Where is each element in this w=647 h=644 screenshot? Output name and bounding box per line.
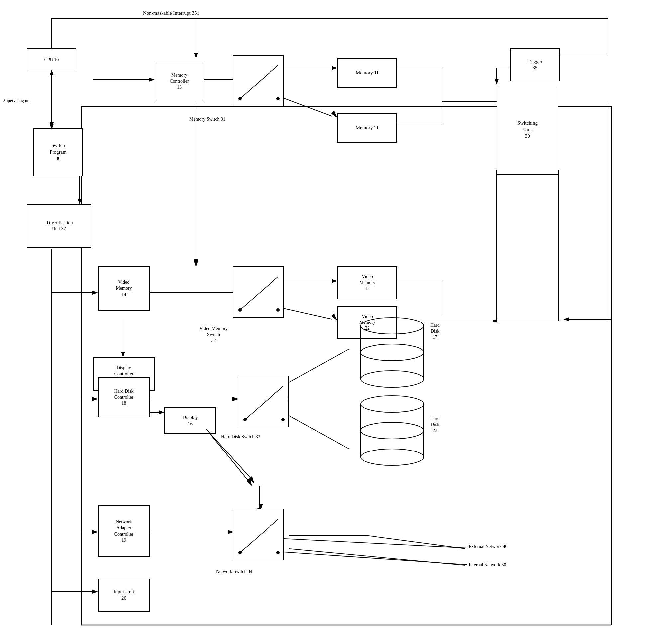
memory-switch-symbol xyxy=(233,55,284,107)
svg-line-60 xyxy=(289,415,349,449)
svg-point-98 xyxy=(238,551,241,554)
svg-point-92 xyxy=(361,396,424,412)
switching-unit-box: Switching Unit 30 xyxy=(497,85,558,175)
svg-marker-23 xyxy=(495,79,499,85)
svg-point-99 xyxy=(277,551,280,554)
svg-line-77 xyxy=(240,65,278,99)
svg-marker-56 xyxy=(92,397,98,401)
memory-11-box: Memory 11 xyxy=(337,58,397,88)
svg-marker-106 xyxy=(563,317,569,321)
hard-disk-17-cylinder xyxy=(359,316,425,399)
svg-line-116 xyxy=(284,552,467,565)
svg-line-59 xyxy=(289,349,349,382)
switch-program-box: Switch Program 36 xyxy=(33,128,83,176)
svg-marker-10 xyxy=(149,78,154,82)
svg-point-90 xyxy=(361,371,424,387)
memory-controller-box: Memory Controller 13 xyxy=(154,62,204,102)
hard-disk-23-label: Hard Disk 23 xyxy=(430,415,440,434)
svg-marker-37 xyxy=(332,279,337,283)
svg-point-96 xyxy=(361,422,424,439)
svg-marker-4 xyxy=(194,53,198,58)
svg-marker-58 xyxy=(232,397,237,401)
svg-marker-62 xyxy=(92,530,98,534)
svg-marker-39 xyxy=(331,313,337,321)
video-memory-12-box: Video Memory 12 xyxy=(337,266,397,299)
svg-point-86 xyxy=(281,418,285,421)
video-memory-switch-symbol xyxy=(233,266,284,318)
svg-marker-13 xyxy=(332,66,337,70)
svg-point-82 xyxy=(238,308,241,312)
display-box: Display 16 xyxy=(164,407,216,434)
svg-line-97 xyxy=(240,519,278,553)
input-unit-box: Input Unit 20 xyxy=(98,579,150,612)
svg-point-78 xyxy=(238,97,241,101)
id-verification-box: ID Verification Unit 37 xyxy=(26,204,91,248)
internal-network-label: Internal Network 50 xyxy=(469,562,506,568)
svg-point-85 xyxy=(243,418,246,421)
svg-marker-102 xyxy=(249,476,254,484)
svg-marker-49 xyxy=(121,352,125,358)
network-switch-label: Network Switch 34 xyxy=(216,569,252,575)
svg-marker-47 xyxy=(492,319,497,323)
svg-line-67 xyxy=(366,535,465,549)
svg-marker-32 xyxy=(92,291,98,295)
svg-marker-8 xyxy=(78,199,82,204)
external-network-label: External Network 40 xyxy=(469,543,507,550)
trigger-box: Trigger 35 xyxy=(510,48,560,81)
svg-line-68 xyxy=(289,549,465,565)
svg-point-95 xyxy=(361,449,424,465)
memory-switch-label: Memory Switch 31 xyxy=(190,116,225,122)
svg-line-81 xyxy=(240,277,278,310)
video-memory-switch-label: Video Memory Switch 32 xyxy=(199,326,228,344)
svg-line-84 xyxy=(245,386,283,420)
network-switch-symbol xyxy=(233,509,284,560)
supervising-unit-label: Supervising unit xyxy=(0,98,35,104)
memory-21-box: Memory 21 xyxy=(337,113,397,143)
cpu-box: CPU 10 xyxy=(26,48,76,71)
hard-disk-23-cylinder xyxy=(359,394,425,477)
svg-point-83 xyxy=(277,308,280,312)
svg-marker-100 xyxy=(194,260,198,266)
svg-point-87 xyxy=(361,318,424,334)
svg-marker-118 xyxy=(194,261,198,267)
hard-disk-switch-symbol xyxy=(237,376,289,427)
svg-marker-54 xyxy=(246,478,252,486)
diagram-container: Non-maskable Interrupt 351 CPU 10 Superv… xyxy=(0,0,647,644)
network-adapter-box: Network Adapter Controller 19 xyxy=(98,505,150,557)
svg-point-91 xyxy=(361,344,424,361)
svg-marker-70 xyxy=(92,590,98,594)
hard-disk-controller-box: Hard Disk Controller 18 xyxy=(98,377,150,417)
svg-marker-6 xyxy=(50,122,54,128)
hard-disk-17-label: Hard Disk 17 xyxy=(430,322,440,341)
svg-line-115 xyxy=(284,538,467,548)
svg-marker-15 xyxy=(331,110,337,118)
svg-marker-52 xyxy=(159,410,164,414)
video-memory-14-box: Video Memory 14 xyxy=(98,266,150,311)
svg-marker-34 xyxy=(194,259,198,264)
nmi-label: Non-maskable Interrupt 351 xyxy=(143,10,199,17)
hard-disk-switch-label: Hard Disk Switch 33 xyxy=(221,434,260,440)
